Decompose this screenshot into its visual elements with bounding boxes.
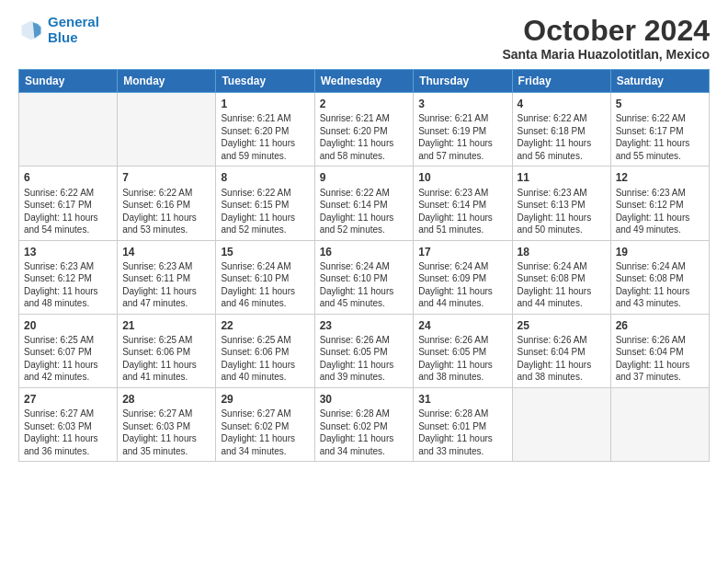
calendar-cell: 21Sunrise: 6:25 AM Sunset: 6:06 PM Dayli… bbox=[118, 314, 216, 387]
day-header-thursday: Thursday bbox=[414, 70, 512, 93]
day-header-monday: Monday bbox=[118, 70, 216, 93]
cell-info: Sunrise: 6:26 AM Sunset: 6:04 PM Dayligh… bbox=[518, 334, 606, 384]
calendar-cell: 2Sunrise: 6:21 AM Sunset: 6:20 PM Daylig… bbox=[314, 93, 414, 167]
day-header-friday: Friday bbox=[512, 70, 610, 93]
day-number: 31 bbox=[418, 392, 506, 407]
day-header-sunday: Sunday bbox=[19, 70, 118, 93]
calendar-cell: 22Sunrise: 6:25 AM Sunset: 6:06 PM Dayli… bbox=[216, 314, 314, 387]
day-number: 2 bbox=[320, 97, 409, 111]
calendar-cell: 29Sunrise: 6:27 AM Sunset: 6:02 PM Dayli… bbox=[216, 387, 314, 461]
calendar-cell: 9Sunrise: 6:22 AM Sunset: 6:14 PM Daylig… bbox=[314, 167, 414, 240]
day-number: 9 bbox=[320, 170, 409, 185]
header: General Blue October 2024 Santa Maria Hu… bbox=[18, 15, 710, 62]
cell-info: Sunrise: 6:24 AM Sunset: 6:10 PM Dayligh… bbox=[221, 260, 309, 310]
calendar-cell: 23Sunrise: 6:26 AM Sunset: 6:05 PM Dayli… bbox=[314, 314, 414, 387]
calendar-week-5: 27Sunrise: 6:27 AM Sunset: 6:03 PM Dayli… bbox=[19, 387, 710, 461]
logo-text: General Blue bbox=[48, 15, 99, 45]
calendar-cell: 24Sunrise: 6:26 AM Sunset: 6:05 PM Dayli… bbox=[414, 314, 512, 387]
cell-info: Sunrise: 6:28 AM Sunset: 6:01 PM Dayligh… bbox=[418, 408, 506, 457]
calendar-cell: 20Sunrise: 6:25 AM Sunset: 6:07 PM Dayli… bbox=[19, 314, 118, 387]
calendar-cell: 12Sunrise: 6:23 AM Sunset: 6:12 PM Dayli… bbox=[610, 167, 709, 240]
day-number: 20 bbox=[24, 318, 112, 333]
day-number: 17 bbox=[418, 245, 506, 259]
cell-info: Sunrise: 6:25 AM Sunset: 6:06 PM Dayligh… bbox=[221, 334, 309, 384]
day-number: 12 bbox=[616, 170, 704, 185]
cell-info: Sunrise: 6:25 AM Sunset: 6:06 PM Dayligh… bbox=[122, 334, 210, 384]
day-number: 1 bbox=[221, 97, 309, 111]
calendar-cell: 18Sunrise: 6:24 AM Sunset: 6:08 PM Dayli… bbox=[512, 240, 610, 314]
day-header-tuesday: Tuesday bbox=[216, 70, 314, 93]
cell-info: Sunrise: 6:21 AM Sunset: 6:19 PM Dayligh… bbox=[418, 112, 506, 162]
cell-info: Sunrise: 6:26 AM Sunset: 6:05 PM Dayligh… bbox=[320, 334, 409, 384]
cell-info: Sunrise: 6:27 AM Sunset: 6:03 PM Dayligh… bbox=[122, 408, 210, 457]
calendar-cell bbox=[610, 387, 709, 461]
day-number: 8 bbox=[221, 170, 309, 185]
calendar-cell: 31Sunrise: 6:28 AM Sunset: 6:01 PM Dayli… bbox=[414, 387, 512, 461]
calendar-cell: 10Sunrise: 6:23 AM Sunset: 6:14 PM Dayli… bbox=[414, 167, 512, 240]
day-number: 19 bbox=[616, 245, 704, 259]
day-number: 26 bbox=[616, 318, 704, 333]
calendar-week-2: 6Sunrise: 6:22 AM Sunset: 6:17 PM Daylig… bbox=[19, 167, 710, 240]
cell-info: Sunrise: 6:23 AM Sunset: 6:11 PM Dayligh… bbox=[122, 260, 210, 310]
cell-info: Sunrise: 6:25 AM Sunset: 6:07 PM Dayligh… bbox=[24, 334, 112, 384]
cell-info: Sunrise: 6:26 AM Sunset: 6:05 PM Dayligh… bbox=[418, 334, 506, 384]
calendar-cell bbox=[118, 93, 216, 167]
day-number: 24 bbox=[418, 318, 506, 333]
day-number: 15 bbox=[221, 245, 309, 259]
calendar-cell: 19Sunrise: 6:24 AM Sunset: 6:08 PM Dayli… bbox=[610, 240, 709, 314]
calendar-cell: 7Sunrise: 6:22 AM Sunset: 6:16 PM Daylig… bbox=[118, 167, 216, 240]
day-number: 3 bbox=[418, 97, 506, 111]
day-number: 10 bbox=[418, 170, 506, 185]
day-number: 25 bbox=[518, 318, 606, 333]
calendar-cell: 5Sunrise: 6:22 AM Sunset: 6:17 PM Daylig… bbox=[610, 93, 709, 167]
calendar-week-3: 13Sunrise: 6:23 AM Sunset: 6:12 PM Dayli… bbox=[19, 240, 710, 314]
day-number: 11 bbox=[518, 170, 606, 185]
calendar-cell bbox=[19, 93, 118, 167]
cell-info: Sunrise: 6:28 AM Sunset: 6:02 PM Dayligh… bbox=[320, 408, 409, 457]
cell-info: Sunrise: 6:21 AM Sunset: 6:20 PM Dayligh… bbox=[320, 112, 409, 162]
calendar-header-row: SundayMondayTuesdayWednesdayThursdayFrid… bbox=[19, 70, 710, 93]
day-number: 18 bbox=[518, 245, 606, 259]
calendar-cell: 30Sunrise: 6:28 AM Sunset: 6:02 PM Dayli… bbox=[314, 387, 414, 461]
cell-info: Sunrise: 6:22 AM Sunset: 6:16 PM Dayligh… bbox=[122, 187, 210, 236]
calendar-cell: 4Sunrise: 6:22 AM Sunset: 6:18 PM Daylig… bbox=[512, 93, 610, 167]
logo: General Blue bbox=[18, 15, 99, 45]
calendar-cell: 6Sunrise: 6:22 AM Sunset: 6:17 PM Daylig… bbox=[19, 167, 118, 240]
page: General Blue October 2024 Santa Maria Hu… bbox=[0, 0, 728, 563]
calendar-cell: 25Sunrise: 6:26 AM Sunset: 6:04 PM Dayli… bbox=[512, 314, 610, 387]
cell-info: Sunrise: 6:26 AM Sunset: 6:04 PM Dayligh… bbox=[616, 334, 704, 384]
day-number: 6 bbox=[24, 170, 112, 185]
day-number: 7 bbox=[122, 170, 210, 185]
cell-info: Sunrise: 6:22 AM Sunset: 6:15 PM Dayligh… bbox=[221, 187, 309, 236]
cell-info: Sunrise: 6:23 AM Sunset: 6:13 PM Dayligh… bbox=[518, 187, 606, 236]
calendar-cell: 13Sunrise: 6:23 AM Sunset: 6:12 PM Dayli… bbox=[19, 240, 118, 314]
day-header-saturday: Saturday bbox=[610, 70, 709, 93]
day-number: 4 bbox=[518, 97, 606, 111]
day-number: 5 bbox=[616, 97, 704, 111]
cell-info: Sunrise: 6:24 AM Sunset: 6:09 PM Dayligh… bbox=[418, 260, 506, 310]
day-number: 29 bbox=[221, 392, 309, 407]
calendar-cell: 28Sunrise: 6:27 AM Sunset: 6:03 PM Dayli… bbox=[118, 387, 216, 461]
cell-info: Sunrise: 6:21 AM Sunset: 6:20 PM Dayligh… bbox=[221, 112, 309, 162]
calendar-cell: 27Sunrise: 6:27 AM Sunset: 6:03 PM Dayli… bbox=[19, 387, 118, 461]
calendar-cell bbox=[512, 387, 610, 461]
calendar-cell: 1Sunrise: 6:21 AM Sunset: 6:20 PM Daylig… bbox=[216, 93, 314, 167]
location-title: Santa Maria Huazolotitlan, Mexico bbox=[502, 47, 710, 62]
cell-info: Sunrise: 6:24 AM Sunset: 6:08 PM Dayligh… bbox=[518, 260, 606, 310]
day-number: 30 bbox=[320, 392, 409, 407]
logo-icon bbox=[18, 17, 44, 43]
calendar-cell: 15Sunrise: 6:24 AM Sunset: 6:10 PM Dayli… bbox=[216, 240, 314, 314]
calendar-cell: 26Sunrise: 6:26 AM Sunset: 6:04 PM Dayli… bbox=[610, 314, 709, 387]
cell-info: Sunrise: 6:24 AM Sunset: 6:10 PM Dayligh… bbox=[320, 260, 409, 310]
day-header-wednesday: Wednesday bbox=[314, 70, 414, 93]
cell-info: Sunrise: 6:22 AM Sunset: 6:17 PM Dayligh… bbox=[24, 187, 112, 236]
calendar-cell: 16Sunrise: 6:24 AM Sunset: 6:10 PM Dayli… bbox=[314, 240, 414, 314]
cell-info: Sunrise: 6:27 AM Sunset: 6:03 PM Dayligh… bbox=[24, 408, 112, 457]
calendar-cell: 17Sunrise: 6:24 AM Sunset: 6:09 PM Dayli… bbox=[414, 240, 512, 314]
day-number: 23 bbox=[320, 318, 409, 333]
day-number: 16 bbox=[320, 245, 409, 259]
day-number: 28 bbox=[122, 392, 210, 407]
calendar-table: SundayMondayTuesdayWednesdayThursdayFrid… bbox=[18, 69, 710, 462]
cell-info: Sunrise: 6:22 AM Sunset: 6:14 PM Dayligh… bbox=[320, 187, 409, 236]
day-number: 21 bbox=[122, 318, 210, 333]
